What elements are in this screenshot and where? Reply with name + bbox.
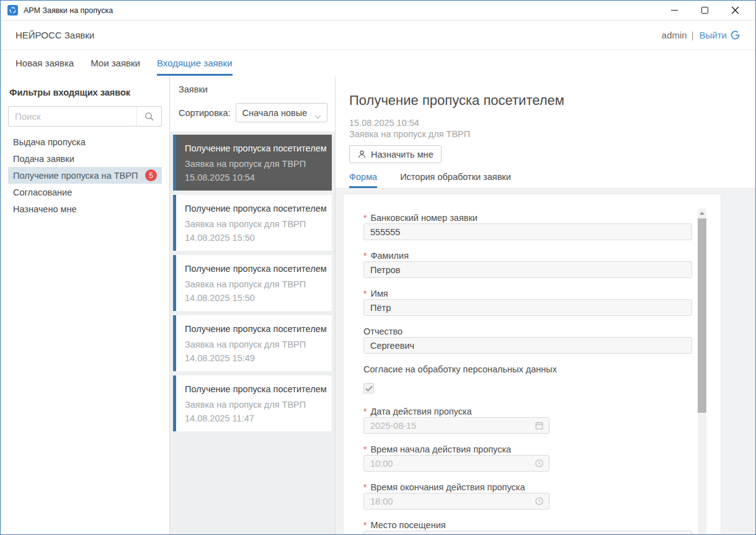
field-label: *Время окончания действия пропуска <box>363 482 721 493</box>
logout-link[interactable]: Выйти <box>700 30 740 40</box>
filter-item-label: Подача заявки <box>13 154 157 164</box>
request-card-title: Получение пропуска посетителем <box>185 203 326 214</box>
consent-checkbox[interactable] <box>363 383 374 393</box>
request-card-title: Получение пропуска посетителем <box>185 263 326 274</box>
field-input-wrap <box>363 531 692 534</box>
main-tab-1[interactable]: Новая заявка <box>16 50 74 76</box>
filter-item[interactable]: Подача заявки <box>8 150 162 167</box>
filter-item[interactable]: Получение пропуска на ТВРП5 <box>8 167 162 184</box>
app-icon <box>7 5 18 16</box>
field-input-wrap <box>363 493 549 510</box>
separator: | <box>692 30 694 40</box>
field-label: Согласие на обработку персональных данны… <box>363 364 721 375</box>
request-card-date: 14.08.2025 15:49 <box>185 353 326 364</box>
field-input-wrap <box>363 455 549 472</box>
field-input-wrap <box>363 261 692 278</box>
form-fields: *Банковский номер заявки*Фамилия*ИмяОтче… <box>363 213 721 534</box>
window-title: АРМ Заявки на пропуска <box>24 6 113 15</box>
text-input[interactable] <box>363 299 692 316</box>
filter-item[interactable]: Выдача пропуска <box>8 133 162 150</box>
main-tab-3[interactable]: Входящие заявки <box>157 50 233 76</box>
detail-subtitle: Заявка на пропуск для ТВРП <box>349 128 740 140</box>
sort-label: Сортировка: <box>179 108 231 118</box>
time-input <box>363 493 549 510</box>
request-card-date: 14.08.2025 15:50 <box>185 293 326 303</box>
text-input[interactable] <box>363 337 692 354</box>
detail-panel: Получение пропуска посетителем 15.08.202… <box>336 76 755 534</box>
close-icon <box>731 6 739 14</box>
search-button[interactable] <box>136 107 161 126</box>
required-marker: * <box>363 213 367 223</box>
field-label: Отчество <box>363 326 721 337</box>
required-marker: * <box>363 444 367 455</box>
window-controls <box>667 4 749 17</box>
main-tab-2[interactable]: Мои заявки <box>91 50 140 76</box>
detail-tab-bar: ФормаИстория обработки заявки <box>349 172 740 188</box>
field-label-text: Отчество <box>363 326 402 337</box>
field-label-text: Имя <box>370 289 388 299</box>
scroll-up-button[interactable] <box>698 209 706 217</box>
filters-sidebar: Фильтры входящих заявок Выдача пропускаП… <box>1 76 170 534</box>
request-card-subtitle: Заявка на пропуск для ТВРП <box>185 400 326 410</box>
username: admin <box>662 30 687 40</box>
request-card[interactable]: Получение пропуска посетителемЗаявка на … <box>173 195 332 251</box>
sort-select[interactable]: Сначала новые <box>236 103 327 122</box>
filter-item-label: Выдача пропуска <box>13 137 157 147</box>
app-header: НЕЙРОСС Заявки admin | Выйти <box>1 20 755 50</box>
required-marker: * <box>363 482 367 493</box>
search-icon <box>144 111 154 122</box>
filters-title: Фильтры входящих заявок <box>9 88 162 97</box>
field-label: *Место посещения <box>363 520 721 531</box>
maximize-icon <box>701 7 708 14</box>
field-input-wrap <box>363 223 692 240</box>
field-label: *Дата действия пропуска <box>363 407 721 417</box>
request-card[interactable]: Получение пропуска посетителемЗаявка на … <box>173 315 332 371</box>
field-label-text: Банковский номер заявки <box>370 213 477 223</box>
field-label: *Фамилия <box>363 251 721 261</box>
filter-item[interactable]: Согласование <box>8 184 162 200</box>
search-input[interactable] <box>9 107 136 126</box>
content: Фильтры входящих заявок Выдача пропускаП… <box>1 76 755 534</box>
main-tab-bar: Новая заявкаМои заявкиВходящие заявки <box>1 50 755 76</box>
text-input[interactable] <box>363 223 692 240</box>
chevron-down-icon <box>314 111 321 121</box>
request-card-subtitle: Заявка на пропуск для ТВРП <box>185 159 326 169</box>
logout-icon <box>730 30 740 40</box>
field-label-text: Время начала действия пропуска <box>370 444 511 455</box>
form-card: *Банковский номер заявки*Фамилия*ИмяОтче… <box>343 194 721 534</box>
text-input[interactable] <box>363 261 692 278</box>
detail-header: Получение пропуска посетителем 15.08.202… <box>336 76 755 189</box>
requests-header: Заявки Сортировка: Сначала новые <box>170 76 335 132</box>
detail-tab-2[interactable]: История обработки заявки <box>400 172 511 188</box>
required-marker: * <box>363 407 367 417</box>
date-input <box>363 417 549 434</box>
field-label-text: Дата действия пропуска <box>370 407 471 417</box>
close-button[interactable] <box>728 4 742 17</box>
required-marker: * <box>363 251 367 261</box>
maximize-button[interactable] <box>698 4 711 17</box>
text-input[interactable] <box>363 531 692 534</box>
field-input-wrap <box>363 299 692 316</box>
request-card[interactable]: Получение пропуска посетителемЗаявка на … <box>173 135 332 191</box>
filter-item[interactable]: Назначено мне <box>8 200 162 217</box>
field-label-text: Согласие на обработку персональных данны… <box>363 364 557 375</box>
assign-to-me-label: Назначить мне <box>371 150 434 160</box>
minimize-button[interactable] <box>667 4 681 17</box>
request-card-date: 15.08.2025 10:54 <box>185 173 326 183</box>
search-box <box>8 106 162 127</box>
app-window: АРМ Заявки на пропуска НЕЙРОСС Заявки ad… <box>0 0 756 535</box>
field-input-wrap <box>363 417 549 434</box>
request-card[interactable]: Получение пропуска посетителемЗаявка на … <box>173 255 332 311</box>
sort-value: Сначала новые <box>242 108 308 118</box>
scrollbar-thumb[interactable] <box>698 218 706 413</box>
filter-item-label: Назначено мне <box>13 204 157 214</box>
request-list: Получение пропуска посетителемЗаявка на … <box>170 132 335 434</box>
logout-label: Выйти <box>700 30 727 40</box>
request-card-title: Получение пропуска посетителем <box>185 384 326 395</box>
request-card-subtitle: Заявка на пропуск для ТВРП <box>185 279 326 290</box>
time-input <box>363 455 549 472</box>
detail-tab-1[interactable]: Форма <box>349 172 377 188</box>
request-card-date: 14.08.2025 11:47 <box>185 413 326 424</box>
assign-to-me-button[interactable]: Назначить мне <box>349 145 442 163</box>
request-card[interactable]: Получение пропуска посетителемЗаявка на … <box>173 375 332 431</box>
